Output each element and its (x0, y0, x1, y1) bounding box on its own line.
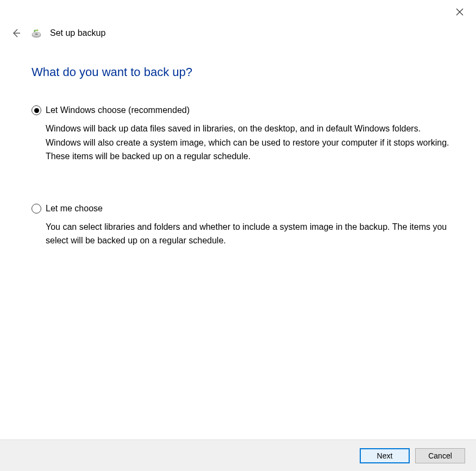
option-let-me-choose-description: You can select libraries and folders and… (46, 220, 450, 248)
back-button[interactable] (9, 26, 23, 40)
radio-let-windows-choose[interactable] (32, 105, 41, 115)
wizard-title: Set up backup (50, 28, 105, 38)
page-heading: What do you want to back up? (32, 65, 450, 79)
svg-point-5 (35, 34, 38, 35)
cancel-button[interactable]: Cancel (415, 448, 465, 463)
option-let-windows-choose-description: Windows will back up data files saved in… (46, 122, 450, 164)
next-button[interactable]: Next (360, 448, 410, 463)
close-button[interactable] (453, 5, 466, 18)
radio-let-me-choose[interactable] (32, 204, 41, 213)
close-icon (456, 8, 464, 16)
wizard-footer: Next Cancel (0, 439, 476, 471)
option-let-windows-choose-radio-row[interactable]: Let Windows choose (recommended) (32, 105, 450, 115)
option-let-me-choose: Let me choose You can select libraries a… (32, 204, 450, 248)
back-arrow-icon (11, 28, 21, 38)
option-let-me-choose-radio-row[interactable]: Let me choose (32, 204, 450, 213)
option-let-me-choose-label: Let me choose (46, 204, 103, 213)
wizard-content: What do you want to back up? Let Windows… (32, 65, 450, 288)
option-let-windows-choose: Let Windows choose (recommended) Windows… (32, 105, 450, 164)
wizard-header: Set up backup (9, 26, 105, 40)
backup-wizard-icon (30, 27, 42, 39)
option-let-windows-choose-label: Let Windows choose (recommended) (46, 105, 190, 115)
